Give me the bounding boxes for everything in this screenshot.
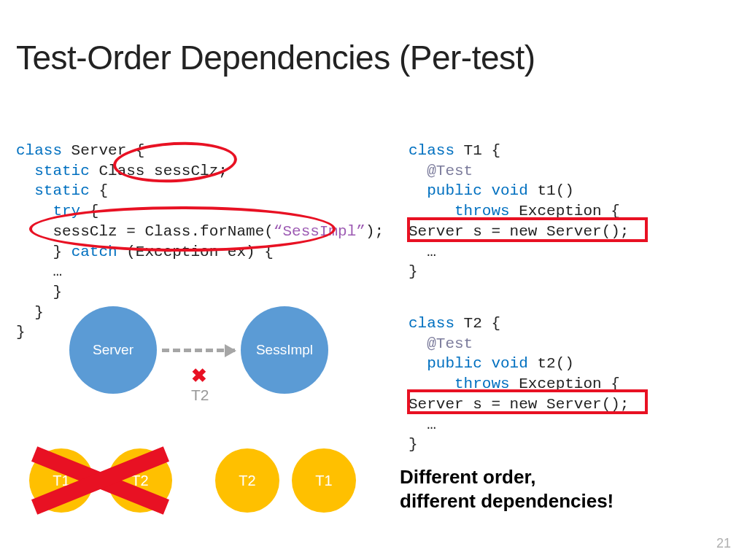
code-text: … — [409, 244, 436, 260]
annotation-rect-t1 — [407, 217, 648, 242]
code-t1-class: class T1 { @Test public void t1() throws… — [409, 141, 629, 282]
summary-line2: different dependencies! — [400, 489, 614, 513]
kw-class: class — [409, 315, 454, 332]
code-text: ); — [365, 223, 384, 240]
code-text: { — [90, 182, 108, 199]
slide-title: Test-Order Dependencies (Per-test) — [16, 38, 535, 77]
code-t2-class: class T2 { @Test public void t2() throws… — [409, 314, 629, 455]
code-text: … — [409, 416, 436, 433]
kw-class: class — [409, 142, 454, 159]
summary-text: Different order, different dependencies! — [400, 465, 614, 513]
code-text: } — [409, 436, 418, 453]
code-text: T2 { — [454, 315, 500, 332]
kw-class: class — [16, 142, 62, 159]
diagram-node-server: Server — [69, 306, 157, 394]
page-number: 21 — [716, 536, 731, 551]
annotation-rect-t2 — [407, 389, 648, 414]
kw-public-void: public void — [409, 355, 528, 372]
kw-public-void: public void — [409, 182, 528, 199]
diagram-node-sessimpl: SessImpl — [241, 306, 328, 394]
code-text: } — [409, 263, 418, 280]
kw-static: static — [16, 182, 90, 199]
kw-static: static — [16, 163, 90, 179]
code-text: … — [16, 263, 62, 280]
annotation-test: @Test — [409, 163, 473, 179]
order-circle-t2-second: T2 — [215, 448, 279, 513]
code-text: } — [16, 324, 26, 341]
code-text: } — [16, 304, 44, 321]
diagram-label-t2: T2 — [191, 386, 209, 404]
order-circle-t1-second: T1 — [292, 448, 356, 513]
diagram-arrow — [162, 349, 235, 352]
code-text: T1 { — [454, 142, 500, 159]
big-red-x-icon — [29, 448, 171, 513]
code-text: } — [16, 244, 71, 260]
code-text: t2() — [528, 355, 574, 372]
summary-line1: Different order, — [400, 465, 614, 489]
code-text: } — [16, 284, 62, 300]
annotation-test: @Test — [409, 335, 473, 352]
annotation-ellipse-forname — [29, 206, 336, 252]
code-text: t1() — [528, 182, 574, 199]
diagram-x-icon: ✖ — [191, 365, 207, 387]
